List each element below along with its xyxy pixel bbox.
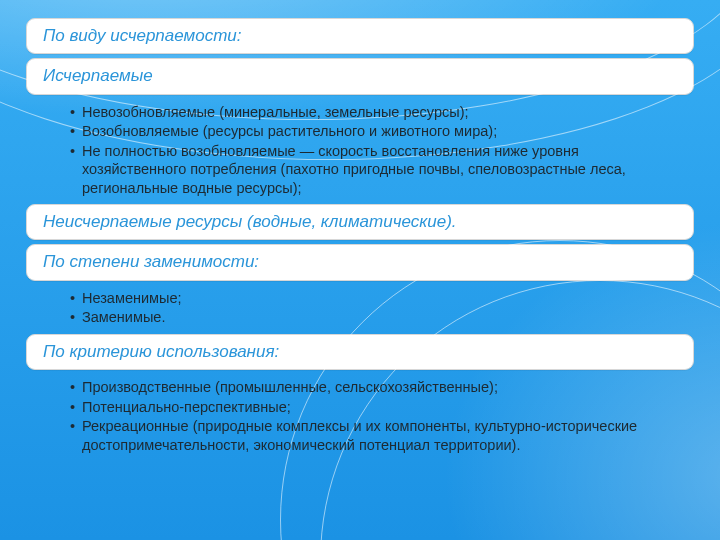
list-item: Потенциально-перспективные; [70, 398, 672, 417]
list-item: Незаменимые; [70, 289, 672, 308]
list-item: Не полностью возобновляемые — скорость в… [70, 142, 672, 198]
heading-exhaustible: Исчерпаемые [26, 58, 694, 94]
slide: По виду исчерпаемости: Исчерпаемые Невоз… [0, 0, 720, 540]
list-usage: Производственные (промышленные, сельскох… [26, 374, 694, 461]
heading-exhaustibility: По виду исчерпаемости: [26, 18, 694, 54]
list-item: Производственные (промышленные, сельскох… [70, 378, 672, 397]
list-exhaustible: Невозобновляемые (минеральные, земельные… [26, 99, 694, 205]
heading-usage: По критерию использования: [26, 334, 694, 370]
heading-inexhaustible: Неисчерпаемые ресурсы (водные, климатиче… [26, 204, 694, 240]
list-item: Возобновляемые (ресурсы растительного и … [70, 122, 672, 141]
heading-substitutability: По степени заменимости: [26, 244, 694, 280]
list-item: Невозобновляемые (минеральные, земельные… [70, 103, 672, 122]
list-substitutability: Незаменимые; Заменимые. [26, 285, 694, 334]
list-item: Рекреационные (природные комплексы и их … [70, 417, 672, 454]
list-item: Заменимые. [70, 308, 672, 327]
